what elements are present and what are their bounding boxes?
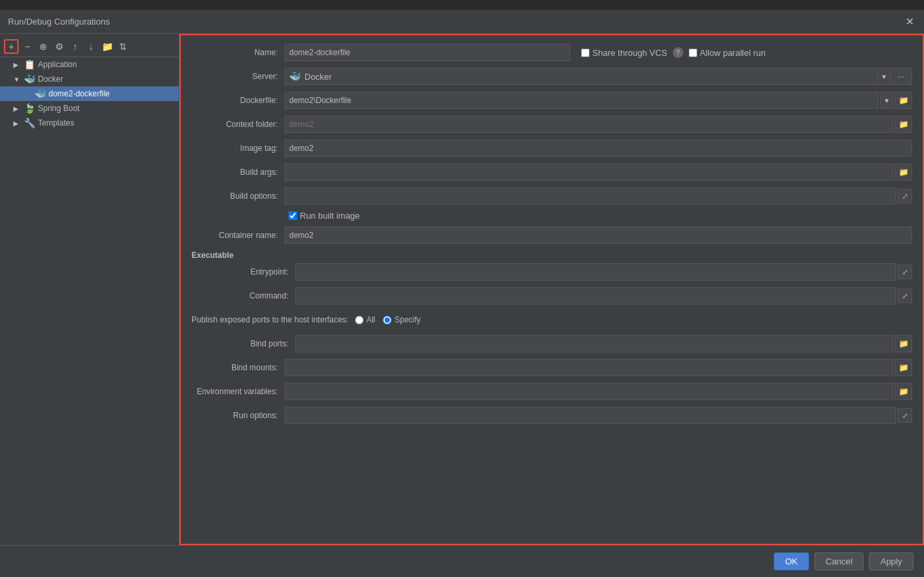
entrypoint-input[interactable] — [295, 263, 896, 281]
right-panel: Name: Share through VCS ? Allow parallel… — [179, 34, 924, 545]
context-folder-input-group: 📁 — [285, 116, 912, 133]
build-options-input[interactable] — [285, 187, 896, 205]
share-vcs-checkbox[interactable] — [581, 49, 590, 57]
env-variables-group: 📁 — [285, 383, 912, 400]
command-row: Command: ⤢ — [191, 287, 912, 305]
server-more-button[interactable]: ··· — [891, 68, 912, 85]
env-variables-label: Environment variables: — [191, 387, 285, 396]
tree-item-templates[interactable]: ▶ 🔧 Templates — [0, 116, 179, 130]
tree-item-label: Application — [38, 60, 77, 69]
build-options-label: Build options: — [191, 191, 285, 201]
publish-ports-label: Publish exposed ports to the host interf… — [191, 315, 355, 324]
bind-ports-row: Bind ports: 📁 — [191, 334, 912, 353]
server-label: Server: — [191, 72, 285, 81]
run-built-image-row: Run built image — [191, 211, 912, 221]
build-options-expand-button[interactable]: ⤢ — [897, 189, 912, 203]
docker-icon: 🐳 — [24, 74, 35, 84]
run-options-row: Run options: ⤢ — [191, 406, 912, 425]
command-group: ⤢ — [295, 287, 912, 304]
build-args-row: Build args: 📁 — [191, 163, 912, 181]
allow-parallel-label[interactable]: Allow parallel run — [689, 48, 766, 58]
executable-section: Executable — [191, 250, 912, 260]
dockerfile-input[interactable] — [285, 92, 879, 109]
name-input[interactable] — [285, 44, 570, 61]
bind-ports-group: 📁 — [295, 335, 912, 352]
help-icon[interactable]: ? — [673, 47, 683, 58]
server-dropdown-arrow[interactable]: ▼ — [877, 68, 891, 85]
entrypoint-expand-button[interactable]: ⤢ — [897, 265, 912, 279]
add-config-button[interactable]: + — [4, 39, 19, 54]
settings-config-button[interactable]: ⚙ — [52, 39, 66, 54]
dockerfile-browse-button[interactable]: 📁 — [895, 92, 912, 109]
tree-item-label: Templates — [38, 118, 74, 128]
dockerfile-label: Dockerfile: — [191, 96, 285, 105]
move-up-button[interactable]: ↑ — [68, 39, 82, 54]
arrow-icon: ▼ — [13, 76, 21, 83]
server-dropdown: 🐳 Docker ▼ ··· — [285, 68, 912, 85]
command-input[interactable] — [295, 287, 896, 304]
build-args-browse-button[interactable]: 📁 — [895, 164, 912, 181]
application-icon: 📋 — [24, 59, 35, 70]
folder-button[interactable]: 📁 — [100, 39, 114, 54]
tree-toolbar: + − ⊕ ⚙ ↑ ↓ 📁 ⇅ — [0, 37, 179, 57]
context-folder-row: Context folder: 📁 — [191, 115, 912, 134]
sort-button[interactable]: ⇅ — [116, 39, 130, 54]
dockerfile-row: Dockerfile: ▼ 📁 — [191, 91, 912, 110]
allow-parallel-checkbox[interactable] — [689, 49, 697, 57]
radio-specify[interactable] — [383, 316, 392, 324]
image-tag-input[interactable] — [285, 140, 912, 157]
templates-icon: 🔧 — [24, 118, 35, 128]
command-label: Command: — [191, 291, 295, 300]
bind-ports-label: Bind ports: — [191, 339, 295, 348]
bind-mounts-group: 📁 — [285, 359, 912, 376]
publish-ports-row: Publish exposed ports to the host interf… — [191, 310, 912, 329]
radio-specify-label[interactable]: Specify — [383, 315, 420, 324]
tree-item-spring-boot[interactable]: ▶ 🍃 Spring Boot — [0, 101, 179, 116]
apply-button[interactable]: Apply — [869, 552, 913, 570]
run-debug-dialog: Run/Debug Configurations ✕ + − ⊕ ⚙ ↑ ↓ 📁… — [0, 10, 924, 577]
remove-config-button[interactable]: − — [20, 39, 35, 54]
tree-item-dome2-dockerfile[interactable]: 🐳 dome2-dockerfile — [0, 86, 179, 101]
spring-icon: 🍃 — [24, 103, 35, 114]
move-down-button[interactable]: ↓ — [84, 39, 98, 54]
copy-config-button[interactable]: ⊕ — [36, 39, 51, 54]
run-built-image-text: Run built image — [300, 211, 360, 221]
dockerfile-dropdown-arrow[interactable]: ▼ — [880, 92, 893, 109]
share-vcs-label[interactable]: Share through VCS — [581, 48, 667, 58]
tree-item-docker[interactable]: ▼ 🐳 Docker — [0, 72, 179, 86]
run-built-image-checkbox[interactable] — [289, 211, 297, 220]
bind-mounts-input[interactable] — [285, 359, 893, 376]
cancel-button[interactable]: Cancel — [814, 552, 864, 570]
build-args-group: 📁 — [285, 164, 912, 181]
header-options: Share through VCS ? Allow parallel run — [581, 47, 766, 58]
run-built-image-label[interactable]: Run built image — [289, 211, 360, 221]
context-folder-browse-button[interactable]: 📁 — [895, 116, 912, 133]
env-variables-browse-button[interactable]: 📁 — [895, 383, 912, 400]
command-expand-button[interactable]: ⤢ — [897, 288, 912, 303]
bind-ports-browse-button[interactable]: 📁 — [895, 335, 912, 352]
entrypoint-label: Entrypoint: — [191, 267, 295, 277]
radio-all[interactable] — [355, 316, 364, 324]
dialog-footer: OK Cancel Apply — [0, 545, 924, 577]
build-args-input[interactable] — [285, 164, 893, 181]
env-variables-input[interactable] — [285, 383, 893, 400]
tree-item-application[interactable]: ▶ 📋 Application — [0, 57, 179, 72]
server-value-display: 🐳 Docker — [285, 68, 877, 85]
build-options-group: ⤢ — [285, 187, 912, 205]
radio-group: All Specify — [355, 315, 421, 324]
run-options-input[interactable] — [285, 407, 896, 424]
name-label: Name: — [191, 48, 285, 57]
context-folder-input[interactable] — [285, 116, 893, 133]
run-options-expand-button[interactable]: ⤢ — [897, 408, 912, 423]
dialog-body: + − ⊕ ⚙ ↑ ↓ 📁 ⇅ ▶ 📋 Application ▼ 🐳 Dock… — [0, 34, 924, 545]
ok-button[interactable]: OK — [774, 552, 809, 570]
title-bar: Run/Debug Configurations ✕ — [0, 10, 924, 34]
run-options-group: ⤢ — [285, 407, 912, 424]
bind-mounts-browse-button[interactable]: 📁 — [895, 359, 912, 376]
close-button[interactable]: ✕ — [903, 15, 916, 29]
radio-all-label[interactable]: All — [355, 315, 375, 324]
arrow-icon: ▶ — [13, 120, 21, 127]
bind-ports-input[interactable] — [295, 335, 893, 352]
container-name-input[interactable] — [285, 227, 912, 244]
server-name: Docker — [304, 72, 332, 82]
